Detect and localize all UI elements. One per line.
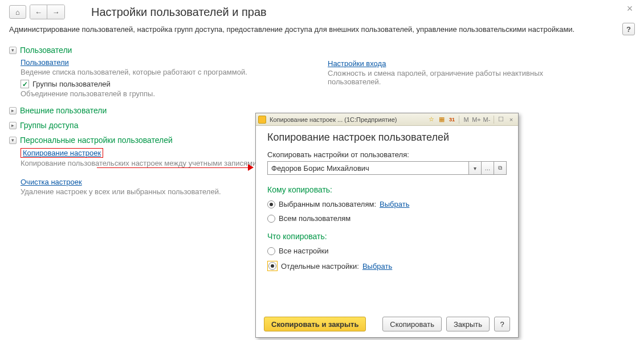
to-whom-label: Кому копировать: [267,185,507,194]
radio-selected-users[interactable] [267,200,275,208]
page-description: Администрирование пользователей, настрой… [9,25,574,34]
clear-settings-desc: Удаление настроек у всех или выбранных п… [21,187,260,196]
radio-selected-users-label: Выбранным пользователям: [279,200,376,208]
radio-all-users[interactable] [267,215,275,223]
select-button[interactable]: … [482,161,494,175]
users-desc: Ведение списка пользователей, которые ра… [21,68,260,76]
section-access-groups-label: Группы доступа [20,121,78,130]
radio-all-users-label: Всем пользователям [279,214,350,223]
favorite-icon[interactable]: ☆ [427,115,436,124]
link-copy-settings[interactable]: Копирование настроек [23,149,101,157]
link-users[interactable]: Пользователи [21,58,69,67]
dialog-copy-settings: Копирование настроек ... (1С:Предприятие… [255,113,519,338]
chevron-down-icon: ▾ [9,47,17,54]
section-users[interactable]: ▾ Пользователи [9,46,316,55]
what-copy-label: Что копировать: [267,232,507,241]
copy-and-close-button[interactable]: Скопировать и закрыть [264,317,366,331]
login-settings-desc: Сложность и смена паролей, ограничение р… [328,69,544,86]
user-groups-desc: Объединение пользователей в группы. [21,89,260,98]
dropdown-button[interactable]: ▾ [469,161,482,175]
memory-m-icon[interactable]: M [462,115,471,124]
link-clear-settings[interactable]: Очистка настроек [21,178,82,186]
dialog-titlebar-text: Копирование настроек ... (1С:Предприятие… [270,116,397,123]
window-close-icon[interactable]: × [507,115,516,124]
home-button[interactable]: ⌂ [9,5,26,19]
link-choose-users[interactable]: Выбрать [380,200,409,208]
chevron-right-icon: ▸ [9,122,17,129]
help-button[interactable]: ? [622,23,635,35]
close-button[interactable]: Закрыть [446,317,490,331]
chevron-right-icon: ▸ [9,107,17,114]
radio-all-settings-label: Все настройки [279,247,329,255]
calendar-icon[interactable]: 31 [447,115,456,124]
copy-from-user-field[interactable]: Федоров Борис Михайлович [267,161,469,175]
checkbox-user-groups[interactable] [21,80,29,88]
radio-all-settings[interactable] [267,247,275,255]
copy-from-label: Скопировать настройки от пользователя: [267,150,507,159]
calculator-icon[interactable]: ▦ [437,115,446,124]
back-button[interactable]: ← [30,5,47,19]
close-icon[interactable]: × [625,3,635,14]
section-external-users-label: Внешние пользователи [20,106,107,115]
link-choose-settings[interactable]: Выбрать [362,262,392,271]
open-button[interactable]: ⧉ [494,161,507,175]
copy-button[interactable]: Скопировать [382,317,442,331]
dialog-help-button[interactable]: ? [494,317,510,331]
forward-button[interactable]: → [47,5,64,19]
copy-settings-desc: Копирование пользовательских настроек ме… [21,159,260,167]
app-icon [258,116,266,124]
chevron-down-icon: ▾ [9,137,17,144]
section-personal-settings-label: Персональные настройки пользователей [20,136,173,145]
link-login-settings[interactable]: Настройки входа [328,59,386,68]
dialog-title: Копирование настроек пользователей [267,132,507,144]
page-title: Настройки пользователей и прав [91,6,267,19]
radio-separate-settings[interactable] [268,262,276,270]
memory-mplus-icon[interactable]: M+ [472,115,481,124]
radio-separate-settings-label: Отдельные настройки: [281,262,359,271]
window-maximize-icon[interactable]: ☐ [496,115,506,124]
checkbox-user-groups-label: Группы пользователей [32,80,111,88]
memory-mminus-icon[interactable]: M- [482,115,491,124]
section-users-label: Пользователи [20,46,72,55]
